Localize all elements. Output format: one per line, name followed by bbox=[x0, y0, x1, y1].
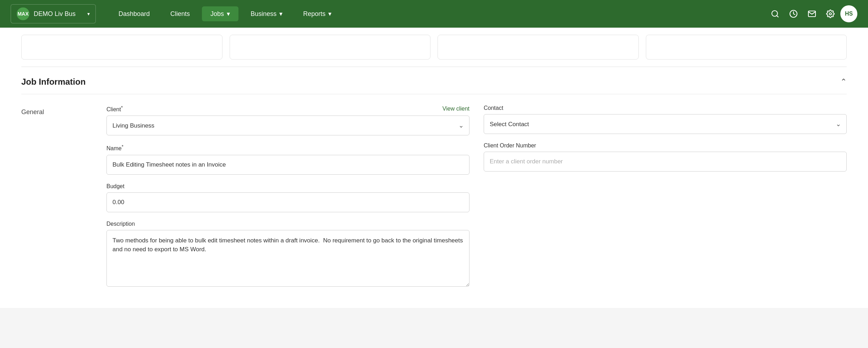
nav-jobs[interactable]: Jobs ▾ bbox=[202, 6, 238, 21]
name-label: Name* bbox=[106, 144, 469, 152]
contact-label: Contact bbox=[484, 105, 847, 111]
client-order-label: Client Order Number bbox=[484, 142, 847, 149]
brand-avatar: MAX bbox=[17, 7, 29, 20]
reports-chevron-icon: ▾ bbox=[328, 10, 331, 18]
section-title: Job Information bbox=[21, 77, 86, 87]
nav-icons: HS bbox=[767, 5, 857, 22]
top-cards-row bbox=[21, 28, 847, 67]
brand-selector[interactable]: MAX DEMO Liv Bus ▾ bbox=[11, 4, 96, 23]
top-card-3 bbox=[438, 35, 639, 60]
jobs-chevron-icon: ▾ bbox=[227, 10, 230, 18]
description-textarea[interactable]: Two methods for being able to bulk edit … bbox=[106, 230, 469, 287]
name-input[interactable] bbox=[106, 155, 469, 175]
business-chevron-icon: ▾ bbox=[279, 10, 282, 18]
nav-dashboard[interactable]: Dashboard bbox=[110, 7, 158, 21]
form-section-label: General bbox=[21, 105, 85, 287]
settings-button[interactable] bbox=[822, 5, 839, 22]
form-col-right: Contact Select Contact ⌄ Client Order Nu… bbox=[484, 105, 847, 287]
description-field-group: Description Two methods for being able t… bbox=[106, 221, 469, 287]
client-order-field-group: Client Order Number bbox=[484, 142, 847, 172]
client-select-wrapper: Living Business ⌄ bbox=[106, 116, 469, 135]
top-card-1 bbox=[21, 35, 223, 60]
user-avatar[interactable]: HS bbox=[840, 5, 857, 22]
navbar: MAX DEMO Liv Bus ▾ Dashboard Clients Job… bbox=[0, 0, 868, 28]
client-order-input[interactable] bbox=[484, 152, 847, 172]
client-field-group: Client* View client Living Business ⌄ bbox=[106, 105, 469, 135]
nav-links: Dashboard Clients Jobs ▾ Business ▾ Repo… bbox=[110, 6, 767, 21]
budget-input[interactable] bbox=[106, 192, 469, 212]
nav-business[interactable]: Business ▾ bbox=[242, 6, 291, 21]
svg-point-3 bbox=[829, 13, 831, 15]
contact-field-group: Contact Select Contact ⌄ bbox=[484, 105, 847, 134]
name-field-group: Name* bbox=[106, 144, 469, 174]
svg-line-1 bbox=[777, 16, 778, 17]
brand-name: DEMO Liv Bus bbox=[34, 10, 83, 18]
view-client-link[interactable]: View client bbox=[443, 106, 469, 112]
description-label: Description bbox=[106, 221, 469, 227]
form-col-left: Client* View client Living Business ⌄ N bbox=[106, 105, 469, 287]
section-header: Job Information ⌃ bbox=[21, 67, 847, 94]
top-card-2 bbox=[230, 35, 431, 60]
mail-button[interactable] bbox=[803, 5, 820, 22]
client-label: Client* bbox=[106, 105, 123, 113]
budget-field-group: Budget bbox=[106, 183, 469, 212]
top-card-4 bbox=[646, 35, 847, 60]
nav-clients[interactable]: Clients bbox=[162, 7, 198, 21]
clock-button[interactable] bbox=[785, 5, 802, 22]
section-collapse-icon[interactable]: ⌃ bbox=[840, 77, 847, 86]
client-label-row: Client* View client bbox=[106, 105, 469, 113]
budget-label: Budget bbox=[106, 183, 469, 190]
brand-chevron-icon: ▾ bbox=[87, 11, 90, 17]
client-select[interactable]: Living Business bbox=[106, 116, 469, 135]
form-area: General Client* View client Living Bus bbox=[21, 105, 847, 287]
search-button[interactable] bbox=[767, 5, 784, 22]
form-fields: Client* View client Living Business ⌄ N bbox=[106, 105, 847, 287]
nav-reports[interactable]: Reports ▾ bbox=[295, 6, 340, 21]
main-content: Job Information ⌃ General Client* View c… bbox=[0, 28, 868, 308]
contact-select[interactable]: Select Contact bbox=[484, 114, 847, 134]
contact-select-wrapper: Select Contact ⌄ bbox=[484, 114, 847, 134]
